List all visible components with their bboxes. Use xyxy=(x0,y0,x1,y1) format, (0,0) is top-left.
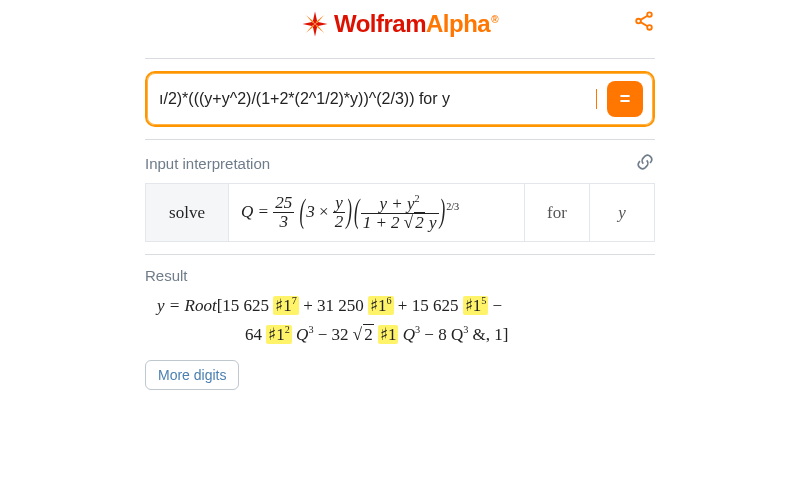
section-input-interpretation: Input interpretation xyxy=(145,152,655,175)
spikey-icon xyxy=(302,11,328,37)
cell-equation: Q = 253 (3 × y2)( y + y2 1 + 2 √2 y )2/3 xyxy=(229,184,525,242)
app-header: WolframAlpha® xyxy=(145,2,655,46)
svg-point-10 xyxy=(647,25,652,30)
brand-wordmark: WolframAlpha® xyxy=(334,10,498,38)
svg-line-11 xyxy=(641,16,648,20)
more-digits-button[interactable]: More digits xyxy=(145,360,239,390)
divider xyxy=(145,254,655,255)
svg-line-12 xyxy=(641,22,648,26)
compute-button-label: = xyxy=(620,89,631,110)
cell-for: for xyxy=(525,184,590,242)
result-line-1: y = Root[15 625 ♯17 + 31 250 ♯16 + 15 62… xyxy=(157,292,655,321)
more-digits-label: More digits xyxy=(158,367,226,383)
compute-button[interactable]: = xyxy=(607,81,643,117)
section-result: Result xyxy=(145,267,655,284)
link-icon[interactable] xyxy=(635,152,655,175)
input-interpretation-table: solve Q = 253 (3 × y2)( y + y2 1 + 2 √2 … xyxy=(145,183,655,242)
section-title: Result xyxy=(145,267,188,284)
divider xyxy=(145,58,655,59)
share-icon[interactable] xyxy=(633,10,655,36)
svg-point-8 xyxy=(647,12,652,17)
text-caret xyxy=(596,89,597,109)
table-row: solve Q = 253 (3 × y2)( y + y2 1 + 2 √2 … xyxy=(146,184,655,242)
cell-var: y xyxy=(590,184,655,242)
section-title: Input interpretation xyxy=(145,155,270,172)
cell-solve: solve xyxy=(146,184,229,242)
divider xyxy=(145,139,655,140)
query-field[interactable]: = xyxy=(145,71,655,127)
search-input[interactable] xyxy=(157,89,586,109)
svg-point-9 xyxy=(636,19,641,24)
result-line-2: 64 ♯12 Q3 − 32 √2 ♯1 Q3 − 8 Q3 &, 1] xyxy=(157,321,655,350)
result-expression: y = Root[15 625 ♯17 + 31 250 ♯16 + 15 62… xyxy=(145,292,655,350)
brand: WolframAlpha® xyxy=(302,10,498,38)
